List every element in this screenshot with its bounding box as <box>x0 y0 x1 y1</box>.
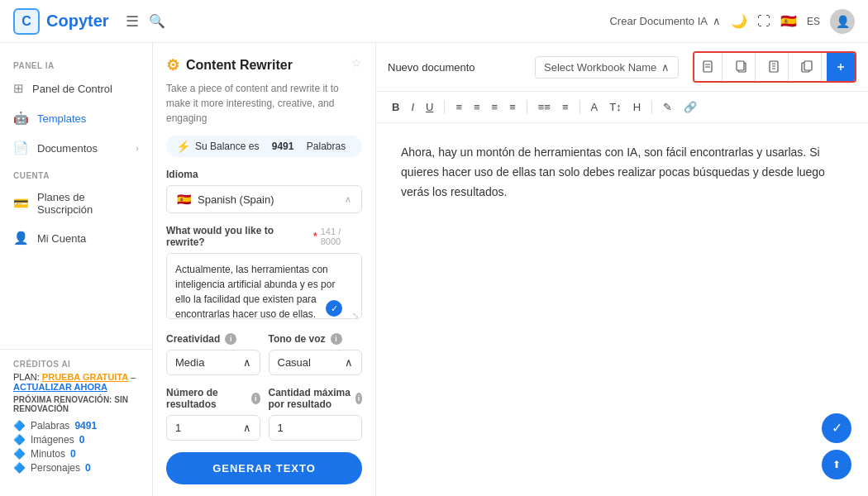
search-icon[interactable]: 🔍 <box>149 13 165 29</box>
crear-documento-button[interactable]: Crear Documento IA ∧ <box>609 15 721 27</box>
main-body: PANEL IA ⊞ Panel de Control 🤖 Templates … <box>0 43 868 496</box>
expand-icon[interactable]: ⛶ <box>757 14 770 29</box>
documentos-label: Documentos <box>37 142 98 155</box>
editor-text[interactable]: Ahora, hay un montón de herramientas con… <box>401 143 843 202</box>
plan-actualizar[interactable]: ACTUALIZAR AHORA <box>13 382 107 392</box>
minutos-icon: 🔷 <box>13 448 26 460</box>
scroll-top-button[interactable]: ⬆ <box>822 450 851 479</box>
editor-topbar: Select Workbook Name ∧ <box>376 43 868 92</box>
action-copy-icon[interactable] <box>727 53 756 81</box>
crear-doc-chevron: ∧ <box>713 15 721 27</box>
lang-label: ES <box>807 16 820 27</box>
generar-texto-button[interactable]: GENERAR TEXTO <box>166 452 362 484</box>
sidebar-item-mi-cuenta[interactable]: 👤 Mi Cuenta <box>0 223 152 253</box>
rewrite-label: What would you like to rewrite? * 141 / … <box>166 225 362 248</box>
toolbar-sep-4 <box>651 101 652 114</box>
workbook-chevron: ∧ <box>661 61 670 74</box>
num-resultados-group: Número de resultados i 1 ∧ <box>166 387 260 441</box>
moon-icon[interactable]: 🌙 <box>731 13 747 29</box>
textarea-resize-handle[interactable]: ⤡ <box>352 311 359 320</box>
idioma-select[interactable]: 🇪🇸 Spanish (Spain) ∧ <box>166 185 362 213</box>
crear-documento-label: Crear Documento IA <box>609 15 708 27</box>
cantidad-value: 1 <box>278 422 284 434</box>
workbook-select[interactable]: Select Workbook Name ∧ <box>535 56 679 79</box>
action-download-icon[interactable] <box>761 53 789 81</box>
sidebar-item-documentos[interactable]: 📄 Documentos › <box>0 133 152 163</box>
svg-rect-10 <box>804 61 812 70</box>
cantidad-info-icon[interactable]: i <box>355 393 362 404</box>
required-marker: * <box>313 231 317 242</box>
balance-badge: ⚡ Su Balance es 9491 Palabras <box>166 136 362 157</box>
tono-group: Tono de voz i Casual ∧ <box>269 333 363 375</box>
sidebar-item-panel-control[interactable]: ⊞ Panel de Control <box>0 74 152 103</box>
toolbar-font-size[interactable]: T↕ <box>605 98 625 116</box>
header-right: Crear Documento IA ∧ 🌙 ⛶ 🇪🇸 ES 👤 <box>609 9 855 34</box>
logo: C Copyter <box>13 8 109 35</box>
star-icon[interactable]: ☆ <box>351 56 362 69</box>
toolbar-list-ordered[interactable]: ≡≡ <box>534 98 555 116</box>
content-panel: ⚙ Content Rewriter ☆ Take a piece of con… <box>153 43 376 496</box>
plan-sep: – <box>128 372 136 382</box>
personajes-count: 0 <box>85 462 91 474</box>
creatividad-label: Creatividad i <box>166 333 260 345</box>
num-resultados-label: Número de resultados i <box>166 387 260 410</box>
tool-description: Take a piece of content and rewrite it t… <box>166 81 362 126</box>
toolbar-link[interactable]: 🔗 <box>680 98 701 116</box>
cantidad-label: Cantidad máxima por resultado i <box>269 387 363 410</box>
toolbar-italic[interactable]: I <box>407 98 418 116</box>
plan-prefix: PLAN: <box>13 372 42 382</box>
toolbar-heading[interactable]: H <box>629 98 645 116</box>
num-cantidad-row: Número de resultados i 1 ∧ Cantidad máxi… <box>166 387 362 441</box>
toolbar-sep-2 <box>527 101 527 114</box>
svg-rect-4 <box>737 61 744 70</box>
toolbar-underline[interactable]: U <box>422 98 437 116</box>
doc-name-input[interactable] <box>388 61 527 74</box>
planes-icon: 💳 <box>13 196 29 211</box>
toolbar-font-color[interactable]: A <box>587 98 603 116</box>
char-count: 141 / 8000 <box>321 227 362 246</box>
toolbar-align-center[interactable]: ≡ <box>470 98 484 116</box>
creatividad-info-icon[interactable]: i <box>225 333 236 345</box>
credits-renovation: PRÓXIMA RENOVACIÓN: SIN RENOVACIÓN <box>13 395 139 413</box>
toolbar-list-unordered[interactable]: ≡ <box>558 98 573 116</box>
logo-name: Copyter <box>46 12 109 31</box>
cantidad-group: Cantidad máxima por resultado i 1 <box>269 387 363 441</box>
check-button[interactable]: ✓ <box>822 413 851 443</box>
toolbar-align-right[interactable]: ≡ <box>488 98 503 116</box>
app-root: C Copyter ☰ 🔍 Crear Documento IA ∧ 🌙 ⛶ 🇪… <box>0 0 868 496</box>
sidebar-item-templates[interactable]: 🤖 Templates <box>0 103 152 133</box>
toolbar-sep-3 <box>579 101 580 114</box>
action-active-icon[interactable] <box>827 53 855 81</box>
toolbar-bold[interactable]: B <box>388 98 403 116</box>
tono-info-icon[interactable]: i <box>331 333 342 345</box>
planes-label: Planes de Suscripción <box>37 191 139 216</box>
toolbar-align-left[interactable]: ≡ <box>451 98 466 116</box>
rewrite-textarea-wrap: Actualmente, las herramientas con inteli… <box>166 253 362 322</box>
num-resultados-info-icon[interactable]: i <box>251 393 260 404</box>
tono-select[interactable]: Casual ∧ <box>269 350 363 375</box>
creatividad-select[interactable]: Media ∧ <box>166 350 260 375</box>
balance-unit: Palabras <box>307 141 346 152</box>
credit-row-minutos: 🔷 Minutos 0 <box>13 448 139 460</box>
credit-row-personajes: 🔷 Personajes 0 <box>13 462 139 474</box>
plan-prueba[interactable]: PRUEBA GRATUITA <box>42 372 128 382</box>
sidebar: PANEL IA ⊞ Panel de Control 🤖 Templates … <box>0 43 153 496</box>
toolbar-draw[interactable]: ✎ <box>659 98 676 116</box>
cantidad-select[interactable]: 1 <box>269 415 363 441</box>
sidebar-item-planes[interactable]: 💳 Planes de Suscripción <box>0 184 152 223</box>
palabras-label: Palabras <box>31 420 69 432</box>
tono-value: Casual <box>278 356 311 369</box>
menu-icon[interactable]: ☰ <box>126 12 139 31</box>
documentos-icon: 📄 <box>13 141 29 155</box>
tool-title-text: Content Rewriter <box>186 58 293 73</box>
num-resultados-select[interactable]: 1 ∧ <box>166 415 260 441</box>
toolbar-justify[interactable]: ≡ <box>505 98 520 116</box>
templates-icon: 🤖 <box>13 111 29 126</box>
flag-icon: 🇪🇸 <box>780 13 797 29</box>
action-multi-copy-icon[interactable] <box>794 53 822 81</box>
avatar[interactable]: 👤 <box>830 9 855 34</box>
toolbar-sep-1 <box>444 101 445 114</box>
lightning-icon: ⚡ <box>176 140 190 153</box>
action-new-doc-icon[interactable] <box>694 53 723 81</box>
minutos-count: 0 <box>70 448 76 460</box>
